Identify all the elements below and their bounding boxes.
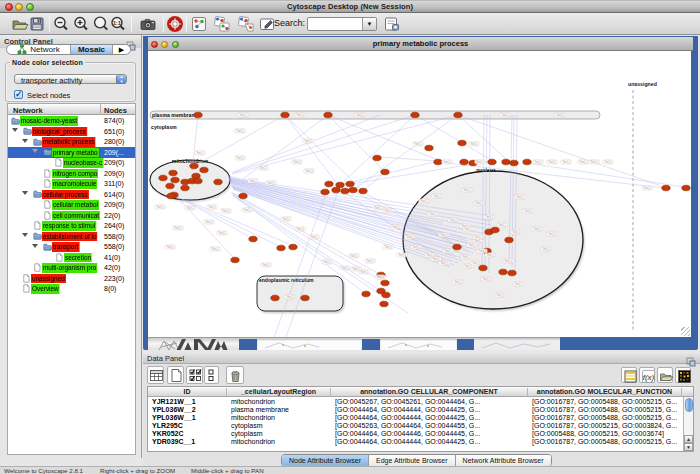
graph-node[interactable] [301,295,309,301]
network-window-close-button[interactable] [151,41,158,48]
table-column-header[interactable]: annotation.GO CELLULAR_COMPONENT [331,388,528,397]
tree-expand-arrow-icon[interactable] [22,233,28,237]
vizmapper-icon[interactable] [212,14,232,34]
function-builder-icon[interactable]: f(x) [639,367,655,383]
tree-row-label[interactable]: cellular process [42,190,89,200]
search-input[interactable] [309,19,361,30]
attribute-columns-icon[interactable] [204,366,219,384]
graph-node[interactable] [159,175,167,181]
graph-node[interactable] [281,112,289,118]
graph-node[interactable] [321,189,329,195]
node-color-dropdown[interactable]: transporter activity ▲▼ [14,74,127,84]
tab-mosaic[interactable]: Mosaic [70,45,113,54]
graph-node[interactable] [382,292,390,298]
table-row[interactable]: YKR052Ccytoplasm[GO:0044464, GO:0044446,… [148,430,693,438]
tab-network[interactable]: Network [7,45,70,54]
import-attributes-icon[interactable] [657,367,673,383]
scroll-down-arrow[interactable]: ▼ [684,443,693,451]
table-row[interactable]: YLR295Ccytoplasm[GO:0045263, GO:0044464,… [148,422,693,430]
graph-node[interactable] [169,170,177,176]
graph-node[interactable] [171,177,179,183]
zoom-window-button[interactable] [26,3,34,11]
graph-node[interactable] [349,187,357,193]
graph-node[interactable] [277,245,285,251]
tree-row-label[interactable]: cellular metabol [52,200,99,210]
search-dropdown-button[interactable]: ▼ [362,18,376,30]
table-row[interactable]: YPL036W__1mitochondrion[GO:0044464, GO:0… [148,414,693,422]
tree-row[interactable]: cellular metabol209(0) [8,200,135,211]
scroll-up-arrow[interactable]: ▲ [684,435,693,443]
network-window-zoom-button[interactable] [172,41,179,48]
graph-node[interactable] [332,187,340,193]
tree-row[interactable]: unassigned223(0) [8,273,135,284]
graph-node[interactable] [458,140,466,146]
minimize-window-button[interactable] [15,3,23,11]
graph-node[interactable] [181,185,189,191]
graph-node[interactable] [373,155,381,161]
graph-node[interactable] [682,185,690,191]
tree-row[interactable]: biological_process651(0) [8,126,135,137]
tree-row-label[interactable]: unassigned [31,274,66,284]
graph-node[interactable] [411,112,419,118]
table-row[interactable]: YPL036W__2plasma membrane[GO:0044464, GO… [148,406,693,414]
graph-node[interactable] [662,185,670,191]
tree-row-label[interactable]: multi-organism pro [42,263,97,273]
table-vertical-scrollbar[interactable]: ▲ ▼ [683,397,693,452]
graph-node[interactable] [479,265,487,271]
delete-attribute-icon[interactable] [226,366,244,384]
tree-expand-arrow-icon[interactable] [12,128,18,132]
graph-node[interactable] [271,295,279,301]
graph-node[interactable] [502,159,510,165]
network-window-minimize-button[interactable] [161,41,168,48]
tree-row-label[interactable]: primary metabo [52,148,99,158]
save-icon[interactable] [27,14,47,34]
table-column-header[interactable]: _cellularLayoutRegion [227,388,331,397]
tree-row-label[interactable]: metabolic process [42,137,96,147]
window-resize-grip[interactable] [681,327,690,336]
graph-node[interactable] [289,244,297,250]
graph-node[interactable] [341,188,349,194]
graph-node[interactable] [453,244,461,250]
tree-row-label[interactable]: macromolecule [52,179,98,189]
tree-row-label[interactable]: biological_process [32,127,87,137]
graph-node[interactable] [505,237,513,243]
tree-row[interactable]: establishment of lo558(0) [8,231,135,242]
graph-node[interactable] [510,160,518,166]
graph-node[interactable] [194,112,202,118]
graph-node[interactable] [380,301,388,307]
search-settings-icon[interactable] [382,14,402,34]
tree-expand-arrow-icon[interactable] [22,139,28,143]
table-column-header[interactable]: annotation.GO MOLECULAR_FUNCTION [528,388,682,397]
tree-row-label[interactable]: cell communicat [52,211,100,221]
graph-node[interactable] [381,280,389,286]
tree-expand-arrow-icon[interactable] [22,191,28,195]
graph-node[interactable] [362,291,370,297]
tree-row[interactable]: primary metabo209(... [8,147,135,158]
tree-row[interactable]: metabolic process280(0) [8,137,135,148]
tree-row[interactable]: secretion41(0) [8,252,135,263]
graph-node[interactable] [523,159,531,165]
browser-tab-edge[interactable]: Edge Attribute Browser [369,455,456,466]
tree-row[interactable]: Overview8(0) [8,284,135,295]
scrollbar-thumb[interactable] [685,398,693,412]
tree-row-label[interactable]: Overview [31,284,60,294]
graph-node[interactable] [200,167,208,173]
new-attribute-icon[interactable] [167,366,184,384]
zoom-in-icon[interactable] [71,14,91,34]
tree-row-label[interactable]: nucleobase-c [63,158,103,168]
vizmapper-edit-icon[interactable] [236,14,256,34]
graphics-details-icon[interactable] [189,14,209,34]
zoom-out-icon[interactable] [51,14,71,34]
graph-node[interactable] [499,269,507,275]
select-nodes-checkbox[interactable]: ✓ [14,90,23,99]
tree-row-label[interactable]: transport [52,242,79,252]
graph-node[interactable] [249,236,257,242]
graph-node[interactable] [166,183,174,189]
graph-node[interactable] [239,193,247,199]
tree-row-label[interactable]: response to stimul [42,221,96,231]
tree-row[interactable]: nucleobase-c209(0) [8,158,135,169]
attribute-table-icon[interactable] [147,366,164,384]
graph-node[interactable] [381,169,389,175]
help-ring-icon[interactable] [165,14,185,34]
network-window-titlebar[interactable]: primary metabolic process [148,37,693,51]
